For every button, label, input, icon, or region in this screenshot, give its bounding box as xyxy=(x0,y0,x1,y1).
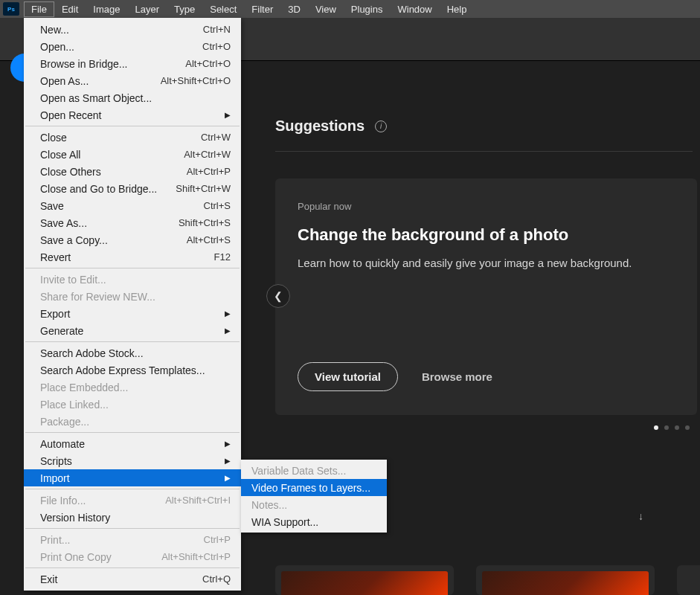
carousel-dot[interactable] xyxy=(685,425,690,430)
menu-item-label: Import xyxy=(40,472,70,484)
menu-item-label: Close All xyxy=(40,149,80,161)
menu-item[interactable]: Export▶ xyxy=(24,305,241,322)
menubar-item-plugins[interactable]: Plugins xyxy=(344,1,391,17)
browse-more-link[interactable]: Browse more xyxy=(422,370,492,383)
menu-item-label: Open Recent xyxy=(40,109,102,121)
menu-item[interactable]: Open As...Alt+Shift+Ctrl+O xyxy=(24,72,241,89)
menu-item-shortcut: Ctrl+Q xyxy=(202,573,231,585)
menubar-item-filter[interactable]: Filter xyxy=(244,1,280,17)
menu-item-label: Place Linked... xyxy=(40,399,109,411)
submenu-arrow-icon: ▶ xyxy=(225,309,231,318)
menu-item-label: Place Embedded... xyxy=(40,382,128,393)
carousel-dot[interactable] xyxy=(675,425,679,430)
menu-item[interactable]: Browse in Bridge...Alt+Ctrl+O xyxy=(24,55,241,72)
thumbnail[interactable] xyxy=(476,565,655,595)
submenu-arrow-icon: ▶ xyxy=(225,327,231,335)
submenu-item: Notes... xyxy=(241,496,387,513)
menu-item-label: Export xyxy=(40,308,70,320)
menu-item[interactable]: Close and Go to Bridge...Shift+Ctrl+W xyxy=(24,180,241,197)
menu-item-shortcut: Shift+Ctrl+W xyxy=(176,183,231,194)
carousel-prev-button[interactable]: ❮ xyxy=(266,284,290,308)
menubar-item-select[interactable]: Select xyxy=(202,1,244,17)
card-heading: Change the background of a photo xyxy=(298,225,675,245)
sort-icon[interactable]: ↓ xyxy=(638,510,643,522)
menu-item[interactable]: Open...Ctrl+O xyxy=(24,38,241,55)
menu-item[interactable]: Import▶ xyxy=(24,469,241,486)
menu-item[interactable]: Save a Copy...Alt+Ctrl+S xyxy=(24,231,241,248)
menu-item-label: Open as Smart Object... xyxy=(40,92,152,104)
menu-separator xyxy=(25,489,240,489)
thumbnail-row xyxy=(275,565,700,595)
menu-item-shortcut: Alt+Ctrl+O xyxy=(185,58,231,69)
thumbnail[interactable] xyxy=(677,565,700,595)
menu-item-shortcut: Ctrl+O xyxy=(202,41,231,52)
info-icon[interactable]: i xyxy=(375,120,387,132)
suggestion-card: Popular now Change the background of a p… xyxy=(275,178,697,415)
menu-item: Share for Review NEW... xyxy=(24,288,241,305)
menu-item-shortcut: Alt+Ctrl+P xyxy=(187,166,231,177)
menu-item-label: Close and Go to Bridge... xyxy=(40,183,157,195)
menubar-item-window[interactable]: Window xyxy=(390,1,439,17)
menu-item[interactable]: Close OthersAlt+Ctrl+P xyxy=(24,163,241,180)
submenu-arrow-icon: ▶ xyxy=(225,440,231,448)
menu-item-shortcut: Ctrl+N xyxy=(203,24,231,35)
file-menu-dropdown: New...Ctrl+NOpen...Ctrl+OBrowse in Bridg… xyxy=(24,18,241,591)
menu-item-shortcut: Alt+Ctrl+S xyxy=(187,234,231,245)
menubar-item-view[interactable]: View xyxy=(308,1,344,17)
menu-item[interactable]: Scripts▶ xyxy=(24,452,241,469)
view-tutorial-button[interactable]: View tutorial xyxy=(298,362,398,391)
menubar-item-type[interactable]: Type xyxy=(167,1,202,17)
menu-item-label: Share for Review NEW... xyxy=(40,291,155,303)
menu-item[interactable]: SaveCtrl+S xyxy=(24,197,241,214)
menu-item-shortcut: Alt+Ctrl+W xyxy=(184,149,231,160)
menu-item[interactable]: Save As...Shift+Ctrl+S xyxy=(24,214,241,231)
menu-item-label: Search Adobe Stock... xyxy=(40,347,144,359)
menu-item[interactable]: Close AllAlt+Ctrl+W xyxy=(24,146,241,163)
thumbnail[interactable] xyxy=(275,565,454,595)
menu-item-label: Search Adobe Express Templates... xyxy=(40,364,205,376)
menu-item[interactable]: Search Adobe Express Templates... xyxy=(24,361,241,379)
menu-item-label: Close xyxy=(40,132,67,144)
submenu-item: Variable Data Sets... xyxy=(241,462,387,479)
carousel-dot[interactable] xyxy=(664,425,669,430)
menubar-item-image[interactable]: Image xyxy=(86,1,127,17)
menu-item-shortcut: Shift+Ctrl+S xyxy=(179,217,231,228)
menu-item-label: Version History xyxy=(40,512,110,524)
menu-separator xyxy=(25,341,240,342)
menu-separator xyxy=(25,528,240,529)
card-eyebrow: Popular now xyxy=(298,201,675,212)
menu-item[interactable]: Search Adobe Stock... xyxy=(24,344,241,361)
menu-item[interactable]: Version History xyxy=(24,509,241,526)
menubar-item-layer[interactable]: Layer xyxy=(128,1,167,17)
menu-item[interactable]: RevertF12 xyxy=(24,248,241,266)
submenu-item-label: Video Frames to Layers... xyxy=(251,482,370,494)
menu-item-shortcut: Alt+Shift+Ctrl+O xyxy=(161,75,231,86)
menu-item: Place Embedded... xyxy=(24,379,241,396)
suggestions-title: Suggestions xyxy=(275,118,365,135)
submenu-item[interactable]: Video Frames to Layers... xyxy=(241,479,387,496)
menu-item-label: Save a Copy... xyxy=(40,234,108,246)
menubar-item-help[interactable]: Help xyxy=(440,1,475,17)
menu-item[interactable]: Generate▶ xyxy=(24,322,241,339)
carousel-dot[interactable] xyxy=(654,425,658,430)
menu-item[interactable]: Automate▶ xyxy=(24,435,241,452)
menu-item-label: Print... xyxy=(40,534,70,546)
menu-item: File Info...Alt+Shift+Ctrl+I xyxy=(24,492,241,509)
menu-item-shortcut: Ctrl+P xyxy=(204,534,231,545)
menubar-item-edit[interactable]: Edit xyxy=(54,1,86,17)
menu-item[interactable]: CloseCtrl+W xyxy=(24,129,241,146)
menu-item-shortcut: Ctrl+W xyxy=(201,132,231,143)
menu-item-label: Generate xyxy=(40,325,83,337)
menu-item[interactable]: Open Recent▶ xyxy=(24,106,241,123)
menu-item-label: Exit xyxy=(40,573,57,585)
menu-item-label: Open As... xyxy=(40,75,89,87)
menu-item: Print...Ctrl+P xyxy=(24,531,241,548)
menu-item[interactable]: New...Ctrl+N xyxy=(24,21,241,38)
menubar-item-3d[interactable]: 3D xyxy=(280,1,308,17)
menu-item-label: Save As... xyxy=(40,217,87,229)
submenu-item[interactable]: WIA Support... xyxy=(241,513,387,530)
menu-item-label: Save xyxy=(40,200,64,212)
menu-item[interactable]: ExitCtrl+Q xyxy=(24,570,241,588)
menu-item[interactable]: Open as Smart Object... xyxy=(24,89,241,106)
submenu-item-label: WIA Support... xyxy=(251,516,318,528)
